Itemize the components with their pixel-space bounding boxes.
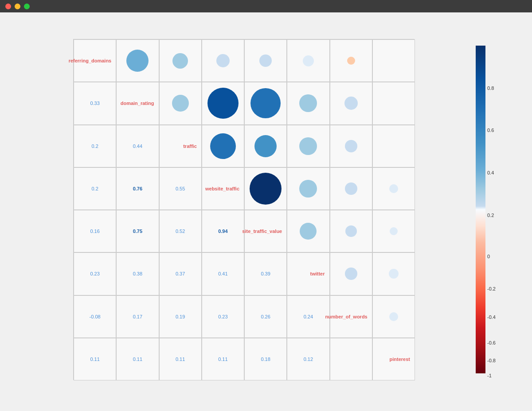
- cell-7-7: pinterest: [372, 338, 415, 380]
- circle-4-6: [345, 225, 357, 237]
- diagonal-label-1: domain_rating: [121, 101, 154, 106]
- colorbar-tick-n08: -0.8: [487, 358, 496, 363]
- circle-0-2: [172, 53, 188, 69]
- cell-4-2: 0.52: [159, 210, 202, 252]
- correlation-grid: referring_domains0.33domain_rating0.20.4…: [73, 39, 415, 380]
- cell-1-7: [372, 82, 415, 124]
- cell-5-6: [330, 252, 372, 295]
- cell-3-3: website_traffic: [202, 167, 244, 210]
- cell-0-7: [372, 39, 415, 82]
- cell-5-1: 0.38: [116, 252, 159, 295]
- minimize-button[interactable]: [15, 4, 20, 9]
- cell-1-5: [287, 82, 329, 124]
- value-5-2: 0.37: [176, 271, 185, 276]
- cell-2-0: 0.2: [74, 125, 116, 167]
- title-bar: [0, 0, 532, 12]
- circle-5-7: [389, 269, 399, 279]
- value-5-0: 0.23: [90, 271, 99, 276]
- cell-4-6: [330, 210, 372, 252]
- window-controls[interactable]: [5, 4, 30, 9]
- plot-area: referring_domains0.33domain_rating0.20.4…: [22, 26, 510, 398]
- circle-6-7: [389, 312, 398, 321]
- cell-3-2: 0.55: [159, 167, 202, 210]
- circle-0-6: [347, 57, 355, 65]
- value-5-1: 0.38: [133, 271, 142, 276]
- value-4-3: 0.94: [218, 229, 227, 234]
- cell-2-2: traffic: [159, 125, 202, 167]
- cell-0-6: [330, 39, 372, 82]
- cell-0-1: [116, 39, 159, 82]
- diagonal-label-7: pinterest: [390, 357, 410, 362]
- circle-1-5: [299, 94, 317, 112]
- circle-1-2: [172, 95, 189, 112]
- colorbar-tick-08: 0.8: [487, 85, 494, 91]
- diagonal-label-2: traffic: [183, 143, 197, 149]
- colorbar-gradient: [476, 46, 485, 373]
- cell-7-3: 0.11: [202, 338, 244, 380]
- value-6-0: -0.08: [90, 314, 101, 319]
- circle-3-4: [250, 173, 282, 205]
- circle-0-5: [303, 55, 314, 66]
- colorbar-tick-n06: -0.6: [487, 340, 496, 345]
- cell-2-5: [287, 125, 329, 167]
- cell-4-1: 0.75: [116, 210, 159, 252]
- grid: referring_domains0.33domain_rating0.20.4…: [73, 39, 415, 380]
- cell-5-7: [372, 252, 415, 295]
- value-7-0: 0.11: [90, 357, 99, 362]
- cell-5-0: 0.23: [74, 252, 116, 295]
- value-4-0: 0.16: [90, 229, 99, 234]
- value-1-0: 0.33: [90, 101, 99, 106]
- circle-3-7: [389, 184, 398, 193]
- maximize-button[interactable]: [24, 4, 30, 9]
- value-4-2: 0.52: [176, 229, 185, 234]
- value-6-3: 0.23: [218, 314, 227, 319]
- value-7-2: 0.11: [176, 357, 185, 362]
- cell-4-4: site_traffic_value: [244, 210, 287, 252]
- value-3-1: 0.76: [133, 186, 142, 191]
- circle-2-5: [299, 137, 317, 155]
- cell-5-2: 0.37: [159, 252, 202, 295]
- close-button[interactable]: [5, 4, 11, 9]
- cell-5-5: twitter: [287, 252, 329, 295]
- colorbar: 0.8 0.6 0.4 0.2 0 -0.2 -0.4 -0.6 -0.8 -1: [476, 39, 485, 380]
- colorbar-tick-06: 0.6: [487, 128, 494, 133]
- colorbar-tick-04: 0.4: [487, 170, 494, 175]
- colorbar-tick-0: 0: [487, 254, 490, 259]
- cell-1-0: 0.33: [74, 82, 116, 124]
- cell-7-0: 0.11: [74, 338, 116, 380]
- cell-1-6: [330, 82, 372, 124]
- cell-2-6: [330, 125, 372, 167]
- circle-2-6: [345, 140, 357, 152]
- value-2-0: 0.2: [91, 143, 98, 149]
- circle-0-4: [259, 54, 272, 67]
- cell-0-5: [287, 39, 329, 82]
- value-6-5: 0.24: [304, 314, 313, 319]
- circle-3-6: [345, 182, 357, 195]
- diagonal-label-3: website_traffic: [205, 186, 239, 191]
- cell-5-3: 0.41: [202, 252, 244, 295]
- cell-6-0: -0.08: [74, 295, 116, 338]
- circle-3-5: [299, 180, 317, 198]
- cell-0-2: [159, 39, 202, 82]
- main-content: referring_domains0.33domain_rating0.20.4…: [0, 12, 532, 411]
- diagonal-label-5: twitter: [310, 271, 325, 276]
- cell-6-7: [372, 295, 415, 338]
- cell-4-5: [287, 210, 329, 252]
- cell-6-2: 0.19: [159, 295, 202, 338]
- colorbar-tick-n1: -1: [487, 373, 492, 378]
- cell-6-4: 0.26: [244, 295, 287, 338]
- circle-0-1: [126, 50, 149, 72]
- cell-2-1: 0.44: [116, 125, 159, 167]
- cell-6-3: 0.23: [202, 295, 244, 338]
- value-5-4: 0.39: [261, 271, 270, 276]
- colorbar-tick-n02: -0.2: [487, 286, 496, 291]
- cell-3-0: 0.2: [74, 167, 116, 210]
- value-5-3: 0.41: [218, 271, 227, 276]
- cell-6-5: 0.24: [287, 295, 329, 338]
- value-2-1: 0.44: [133, 143, 142, 149]
- circle-5-6: [345, 268, 357, 280]
- cell-2-3: [202, 125, 244, 167]
- value-3-2: 0.55: [176, 186, 185, 191]
- cell-3-6: [330, 167, 372, 210]
- value-3-0: 0.2: [91, 186, 98, 191]
